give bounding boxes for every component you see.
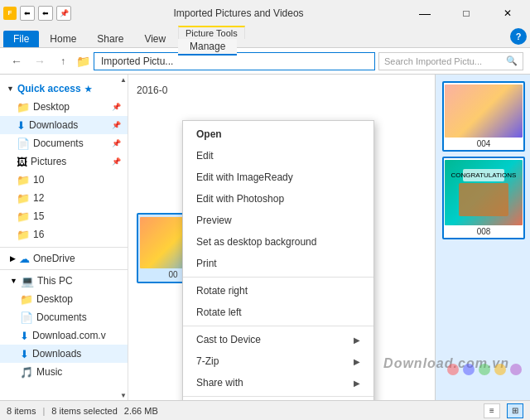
arrow-icon: ▶ (354, 379, 360, 388)
sidebar-item-onedrive[interactable]: ▶ ☁ OneDrive (0, 249, 128, 268)
sidebar-item-label: OneDrive (33, 253, 75, 264)
sidebar-item-desktop[interactable]: 📁 Desktop 📌 (0, 98, 128, 116)
arrow-icon: ▶ (354, 336, 360, 345)
pin-icon: 📌 (112, 157, 121, 166)
sidebar-item-download-com[interactable]: ⬇ Download.com.v (0, 326, 128, 345)
arrow-icon: ▶ (354, 357, 360, 366)
sidebar-item-label: 15 (33, 210, 44, 222)
sidebar-item-10[interactable]: 📁 10 (0, 171, 128, 189)
ctx-separator-3 (183, 396, 373, 397)
pin-icon: 📌 (112, 121, 121, 129)
ctx-item-unlocker[interactable]: 🔓 Unlocker (183, 399, 373, 400)
sidebar-scroll-up[interactable]: ▲ (119, 75, 128, 84)
sidebar-item-label: Music (36, 366, 62, 378)
folder-icon: 📁 (20, 293, 33, 306)
tab-share[interactable]: Share (87, 31, 133, 47)
sidebar-item-label: Desktop (33, 101, 108, 113)
sidebar-quick-access-header[interactable]: ▼ Quick access ★ (0, 80, 128, 98)
sidebar-item-16[interactable]: 📁 16 (0, 225, 128, 244)
ctx-item-rotate-right[interactable]: Rotate right (183, 280, 373, 302)
search-bar[interactable]: Search Imported Pictu... 🔍 (378, 52, 523, 70)
chevron-right-icon: ▶ (10, 254, 16, 263)
picture-tools-label: Picture Tools (178, 26, 245, 39)
sidebar-item-pc-desktop[interactable]: 📁 Desktop (0, 290, 128, 308)
ctx-item-preview[interactable]: Preview (183, 210, 373, 231)
up-button[interactable]: ↑ (53, 51, 73, 71)
window-icon: F (3, 7, 17, 20)
docs-icon: 📄 (17, 138, 30, 150)
view-tiles-btn[interactable]: ⊞ (507, 403, 523, 418)
minimize-button[interactable]: — (406, 2, 444, 25)
main-body: ▲ ▼ Quick access ★ 📁 Desktop 📌 ⬇ Downloa… (0, 75, 530, 400)
right-thumbnail-2[interactable]: CONGRATULATIONS 008 (442, 157, 525, 239)
sidebar-this-pc-header[interactable]: ▼ 💻 This PC (0, 272, 128, 290)
folder-icon: 📁 (17, 229, 30, 241)
maximize-button[interactable]: □ (447, 2, 485, 25)
ctx-item-edit-imageready[interactable]: Edit with ImageReady (183, 167, 373, 188)
title-bar: F ⬅ ⬅ 📌 Imported Pictures and Videos — □… (0, 0, 530, 48)
docs-icon: 📄 (20, 311, 33, 324)
address-bar-icon: 📁 (76, 55, 90, 68)
ribbon-help-btn[interactable]: ? (510, 28, 527, 45)
ctx-item-edit[interactable]: Edit (183, 145, 373, 167)
ctx-item-set-bg[interactable]: Set as desktop background (183, 231, 373, 253)
sidebar-item-label: Downloads (29, 119, 108, 131)
ctx-separator-1 (183, 277, 373, 278)
pin-btn[interactable]: 📌 (56, 6, 71, 21)
status-bar: 8 items | 8 items selected 2.66 MB ≡ ⊞ (0, 400, 530, 420)
ctx-item-share-with[interactable]: Share with ▶ (183, 372, 373, 393)
ctx-separator-2 (183, 326, 373, 326)
sidebar-item-music[interactable]: 🎵 Music (0, 363, 128, 381)
chevron-down-icon: ▼ (10, 277, 17, 285)
sidebar-item-documents[interactable]: 📄 Documents 📌 (0, 134, 128, 152)
sidebar-item-15[interactable]: 📁 15 (0, 207, 128, 225)
sidebar-item-12[interactable]: 📁 12 (0, 189, 128, 207)
tab-manage[interactable]: Manage (178, 39, 237, 56)
onedrive-icon: ☁ (19, 253, 30, 265)
sidebar-item-pc-documents[interactable]: 📄 Documents (0, 308, 128, 326)
ctx-item-cast[interactable]: Cast to Device ▶ (183, 329, 373, 350)
sidebar-item-label: 10 (33, 174, 44, 186)
view-details-btn[interactable]: ≡ (484, 403, 500, 418)
ctx-item-edit-photoshop[interactable]: Edit with Photoshop (183, 188, 373, 210)
sidebar-item-label: Documents (36, 311, 87, 323)
close-button[interactable]: ✕ (489, 2, 527, 25)
sidebar: ▲ ▼ Quick access ★ 📁 Desktop 📌 ⬇ Downloa… (0, 75, 128, 400)
window: F ⬅ ⬅ 📌 Imported Pictures and Videos — □… (0, 0, 530, 420)
ctx-item-open[interactable]: Open (183, 123, 373, 145)
back-button[interactable]: ← (7, 51, 26, 71)
quick-access-label: Quick access (17, 83, 81, 94)
quick-access-btn[interactable]: ⬅ (20, 6, 35, 21)
sidebar-item-label: 16 (33, 229, 44, 240)
window-title: Imported Pictures and Videos (75, 7, 402, 19)
ctx-item-7zip[interactable]: 7-Zip ▶ (183, 350, 373, 372)
sidebar-item-pc-downloads[interactable]: ⬇ Downloads (0, 345, 128, 363)
pin-icon: 📌 (112, 103, 121, 111)
right-thumbnail-1[interactable]: 004 (442, 81, 525, 152)
tab-home[interactable]: Home (40, 31, 86, 47)
download-icon: ⬇ (17, 119, 26, 132)
tab-view[interactable]: View (134, 31, 176, 47)
search-icon: 🔍 (506, 56, 518, 66)
nav-bar: ← → ↑ 📁 Imported Pictu... Search Importe… (0, 48, 530, 75)
sidebar-scroll-down[interactable]: ▼ (119, 390, 128, 400)
sidebar-item-pictures[interactable]: 🖼 Pictures 📌 (0, 152, 128, 171)
folder-icon: 📁 (17, 210, 30, 223)
thumb-label: 004 (477, 139, 491, 148)
sidebar-item-label: 12 (33, 192, 44, 204)
forward-button[interactable]: → (30, 51, 50, 71)
ctx-item-print[interactable]: Print (183, 253, 373, 274)
sidebar-item-label: Pictures (31, 156, 108, 167)
thumb-label: 008 (477, 227, 491, 236)
sidebar-item-label: This PC (37, 275, 73, 287)
quick-access-btn2[interactable]: ⬅ (38, 6, 53, 21)
tab-file[interactable]: File (3, 31, 39, 47)
download-icon: ⬇ (20, 330, 29, 342)
sidebar-section-quick-access: ▼ Quick access ★ 📁 Desktop 📌 ⬇ Downloads… (0, 78, 128, 245)
selected-count: 8 items selected (51, 406, 117, 416)
star-icon: ★ (84, 84, 92, 94)
right-panel: 004 CONGRATULATIONS 008 (435, 75, 530, 400)
ctx-item-rotate-left[interactable]: Rotate left (183, 302, 373, 323)
sidebar-item-downloads[interactable]: ⬇ Downloads 📌 (0, 116, 128, 134)
sidebar-item-label: Download.com.v (32, 330, 106, 341)
